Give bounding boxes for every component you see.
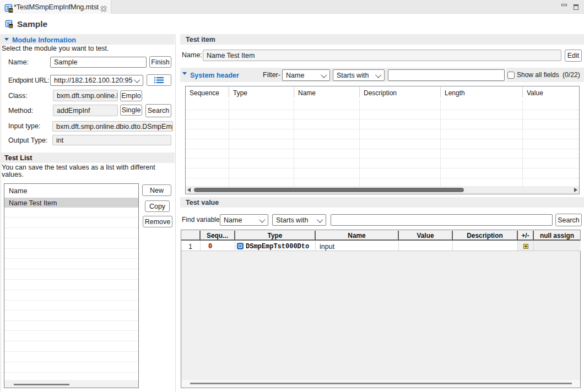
svg-text:m: m xyxy=(9,8,12,12)
svg-text:m: m xyxy=(9,24,13,28)
